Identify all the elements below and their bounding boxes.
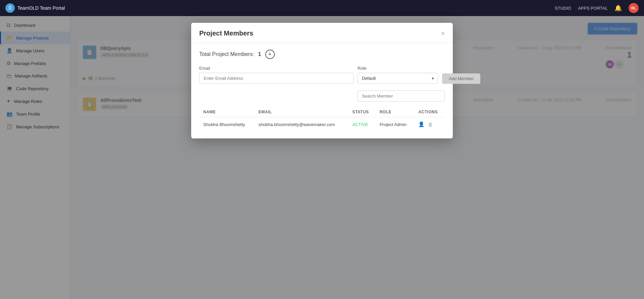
col-header-actions: ACTIONS bbox=[414, 107, 445, 117]
app-title: TeamOLD Team Portal bbox=[17, 5, 65, 11]
delete-member-icon[interactable]: 🗑 bbox=[428, 122, 433, 127]
modal-header: Project Members × bbox=[191, 23, 453, 43]
col-header-email: EMAIL bbox=[255, 107, 348, 117]
table-body: Shobha Bhoomshetty shobha.bhoomshetty@wa… bbox=[199, 117, 445, 132]
member-email: shobha.bhoomshetty@wavemaker.com bbox=[255, 117, 348, 132]
add-member-submit-button[interactable]: Add Member bbox=[442, 73, 480, 84]
svg-point-0 bbox=[9, 6, 11, 8]
role-label: Role bbox=[358, 66, 438, 71]
modal-close-button[interactable]: × bbox=[441, 31, 445, 37]
modal-title: Project Members bbox=[199, 29, 253, 37]
action-icons-row: 👤 🗑 bbox=[418, 121, 441, 127]
user-avatar[interactable]: RL bbox=[629, 3, 639, 13]
notification-bell-icon[interactable]: 🔔 bbox=[614, 4, 622, 12]
member-role: Project Admin bbox=[376, 117, 415, 132]
modal-body: Total Project Members: 1 + Email Role bbox=[191, 43, 453, 138]
total-project-members-count: 1 bbox=[258, 51, 261, 57]
search-row bbox=[199, 91, 445, 102]
email-form-group: Email bbox=[199, 66, 354, 84]
add-member-circle-button[interactable]: + bbox=[265, 50, 275, 59]
logo-icon bbox=[5, 3, 15, 13]
apps-portal-link[interactable]: APPS PORTAL bbox=[578, 6, 608, 11]
role-form-group: Role Default Admin Developer Viewer ▼ bbox=[358, 66, 438, 84]
col-header-role: ROLE bbox=[376, 107, 415, 117]
project-members-modal: Project Members × Total Project Members:… bbox=[191, 23, 453, 138]
top-navigation: TeamOLD Team Portal STUDIO APPS PORTAL 🔔… bbox=[0, 0, 644, 16]
app-logo[interactable]: TeamOLD Team Portal bbox=[5, 3, 65, 13]
member-name: Shobha Bhoomshetty bbox=[199, 117, 255, 132]
search-member-input[interactable] bbox=[358, 91, 445, 102]
table-row: Shobha Bhoomshetty shobha.bhoomshetty@wa… bbox=[199, 117, 445, 132]
col-header-status: STATUS bbox=[348, 107, 375, 117]
member-status: ACTIVE bbox=[348, 117, 375, 132]
total-project-members-label: Total Project Members: bbox=[199, 51, 254, 57]
modal-backdrop: Project Members × Total Project Members:… bbox=[70, 16, 644, 299]
add-member-form: Email Role Default Admin Developer Viewe… bbox=[199, 66, 445, 84]
col-header-name: NAME bbox=[199, 107, 255, 117]
table-header: NAME EMAIL STATUS ROLE ACTIONS bbox=[199, 107, 445, 117]
edit-member-icon[interactable]: 👤 bbox=[418, 121, 425, 127]
email-label: Email bbox=[199, 66, 354, 71]
role-select[interactable]: Default Admin Developer Viewer bbox=[358, 73, 438, 84]
role-select-wrapper: Default Admin Developer Viewer ▼ bbox=[358, 73, 438, 84]
table-header-row: NAME EMAIL STATUS ROLE ACTIONS bbox=[199, 107, 445, 117]
top-nav-right: STUDIO APPS PORTAL 🔔 RL bbox=[555, 3, 639, 13]
studio-link[interactable]: STUDIO bbox=[555, 6, 571, 11]
main-layout: ⊟ Dashboard 📁 Manage Projects 👤 Manage U… bbox=[0, 16, 644, 299]
total-members-row: Total Project Members: 1 + bbox=[199, 50, 445, 59]
members-table: NAME EMAIL STATUS ROLE ACTIONS Shobha Bh… bbox=[199, 107, 445, 132]
email-input[interactable] bbox=[199, 73, 354, 84]
member-actions: 👤 🗑 bbox=[414, 117, 445, 132]
status-active-badge: ACTIVE bbox=[352, 122, 368, 127]
main-content: h Code Repository 📋 DBQueryApis APPLICAT… bbox=[70, 16, 644, 299]
